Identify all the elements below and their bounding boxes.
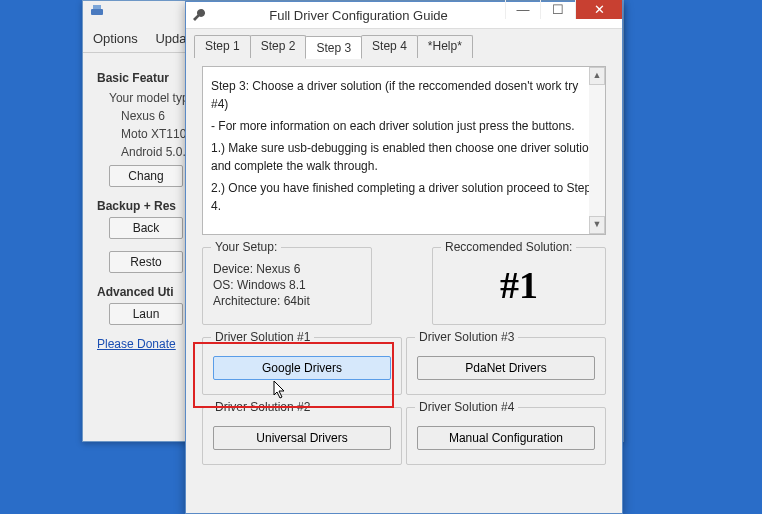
google-drivers-button[interactable]: Google Drivers bbox=[213, 356, 391, 380]
setup-device: Device: Nexus 6 bbox=[213, 262, 361, 276]
svg-rect-1 bbox=[93, 5, 101, 9]
scrollbar[interactable]: ▲ ▼ bbox=[589, 67, 605, 234]
solution-3-legend: Driver Solution #3 bbox=[415, 330, 518, 344]
tab-step4[interactable]: Step 4 bbox=[361, 35, 418, 58]
tab-panel: ▲ ▼ Step 3: Choose a driver solution (if… bbox=[194, 58, 614, 473]
solution-1-legend: Driver Solution #1 bbox=[211, 330, 314, 344]
solution-2-group: Driver Solution #2 Universal Drivers bbox=[202, 407, 402, 465]
instructions-textbox[interactable]: ▲ ▼ Step 3: Choose a driver solution (if… bbox=[202, 66, 606, 235]
solution-2-legend: Driver Solution #2 bbox=[211, 400, 314, 414]
pdanet-drivers-button[interactable]: PdaNet Drivers bbox=[417, 356, 595, 380]
tab-strip: Step 1 Step 2 Step 3 Step 4 *Help* bbox=[186, 29, 622, 58]
instruction-line: 2.) Once you have finished completing a … bbox=[211, 179, 597, 215]
tab-step2[interactable]: Step 2 bbox=[250, 35, 307, 58]
recommended-legend: Reccomended Solution: bbox=[441, 240, 576, 254]
setup-arch: Architecture: 64bit bbox=[213, 294, 361, 308]
maximize-button[interactable]: ☐ bbox=[540, 0, 575, 19]
universal-drivers-button[interactable]: Universal Drivers bbox=[213, 426, 391, 450]
change-button[interactable]: Chang bbox=[109, 165, 183, 187]
your-setup-legend: Your Setup: bbox=[211, 240, 281, 254]
restore-button[interactable]: Resto bbox=[109, 251, 183, 273]
driver-config-window: Full Driver Configuration Guide — ☐ ✕ St… bbox=[185, 1, 623, 514]
wrench-icon bbox=[190, 6, 208, 24]
solution-4-group: Driver Solution #4 Manual Configuration bbox=[406, 407, 606, 465]
tab-step3[interactable]: Step 3 bbox=[305, 36, 362, 59]
titlebar: Full Driver Configuration Guide — ☐ ✕ bbox=[186, 2, 622, 29]
tab-help[interactable]: *Help* bbox=[417, 35, 473, 58]
setup-os: OS: Windows 8.1 bbox=[213, 278, 361, 292]
solution-3-group: Driver Solution #3 PdaNet Drivers bbox=[406, 337, 606, 395]
window-title: Full Driver Configuration Guide bbox=[212, 8, 505, 23]
recommended-group: Reccomended Solution: #1 bbox=[432, 247, 606, 325]
recommended-value: #1 bbox=[500, 263, 538, 307]
solution-1-group: Driver Solution #1 Google Drivers bbox=[202, 337, 402, 395]
manual-config-button[interactable]: Manual Configuration bbox=[417, 426, 595, 450]
backup-button[interactable]: Back bbox=[109, 217, 183, 239]
launch-button[interactable]: Laun bbox=[109, 303, 183, 325]
scroll-up-icon[interactable]: ▲ bbox=[589, 67, 605, 85]
menu-options[interactable]: Options bbox=[93, 31, 138, 46]
svg-rect-0 bbox=[91, 9, 103, 15]
scroll-down-icon[interactable]: ▼ bbox=[589, 216, 605, 234]
minimize-button[interactable]: — bbox=[505, 0, 540, 19]
instruction-line: Step 3: Choose a driver solution (if the… bbox=[211, 77, 597, 113]
solution-4-legend: Driver Solution #4 bbox=[415, 400, 518, 414]
tab-step1[interactable]: Step 1 bbox=[194, 35, 251, 58]
instruction-line: 1.) Make sure usb-debugging is enabled t… bbox=[211, 139, 597, 175]
donate-link[interactable]: Please Donate bbox=[97, 337, 176, 351]
close-button[interactable]: ✕ bbox=[575, 0, 622, 19]
your-setup-group: Your Setup: Device: Nexus 6 OS: Windows … bbox=[202, 247, 372, 325]
instruction-line: - For more information on each driver so… bbox=[211, 117, 597, 135]
